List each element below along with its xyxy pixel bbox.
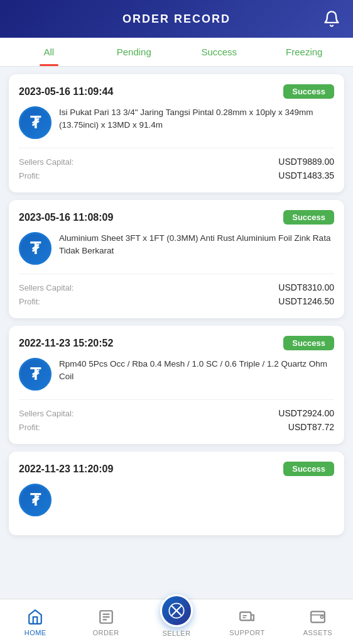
token-icon: [19, 358, 52, 391]
header-title: ORDER RECORD: [122, 13, 231, 26]
order-financials: Sellers Capital: USDT2924.00 Profit: USD…: [19, 399, 334, 434]
status-badge: Success: [283, 210, 334, 225]
nav-assets-label: ASSETS: [303, 629, 332, 636]
order-header: 2023-05-16 11:08:09 Success: [19, 210, 334, 225]
status-badge: Success: [283, 84, 334, 99]
svg-rect-7: [241, 612, 251, 620]
nav-support-label: SUPPORT: [229, 629, 264, 636]
bell-icon: [323, 10, 340, 28]
order-date: 2022-11-23 15:20:52: [19, 338, 113, 349]
svg-rect-10: [311, 611, 325, 622]
assets-icon: [308, 608, 327, 626]
financial-row: Profit: USDT1246.50: [19, 294, 334, 308]
status-badge: Success: [283, 336, 334, 350]
profit-label: Profit:: [19, 171, 40, 180]
order-body: Rpm40 5Pcs Occ / Rba 0.4 Mesh / 1.0 SC /…: [19, 358, 334, 391]
sellers-capital-value: USDT8310.00: [278, 282, 334, 292]
tab-bar: All Pending Success Freezing: [0, 38, 353, 67]
order-icon: [97, 608, 116, 626]
sellers-capital-label: Sellers Capital:: [19, 409, 73, 418]
tab-pending[interactable]: Pending: [92, 38, 177, 66]
header: ORDER RECORD: [0, 0, 353, 38]
seller-icon: [160, 594, 193, 627]
nav-order[interactable]: ORDER: [70, 599, 141, 644]
tab-all[interactable]: All: [6, 38, 92, 66]
order-card: 2022-11-23 15:20:52 Success Rpm40 5Pcs O…: [9, 326, 344, 444]
financial-row: Profit: USDT87.72: [19, 420, 334, 434]
status-badge: Success: [283, 462, 334, 476]
home-icon: [26, 608, 45, 626]
order-header: 2023-05-16 11:09:44 Success: [19, 84, 334, 99]
tab-freezing[interactable]: Freezing: [262, 38, 347, 66]
nav-seller[interactable]: SELLER: [141, 599, 212, 644]
order-body: Isi Pukat Pari 13 3/4" Jaring Tangsi Pin…: [19, 106, 334, 139]
token-icon: [19, 232, 52, 265]
sellers-capital-value: USDT9889.00: [278, 157, 334, 167]
nav-assets[interactable]: ASSETS: [283, 599, 353, 644]
tab-success[interactable]: Success: [176, 38, 262, 66]
financial-row: Profit: USDT1483.35: [19, 169, 334, 182]
sellers-capital-value: USDT2924.00: [278, 408, 334, 418]
order-list: 2023-05-16 11:09:44 Success Isi Pukat Pa…: [0, 67, 353, 586]
financial-row: Sellers Capital: USDT8310.00: [19, 280, 334, 294]
order-card: 2022-11-23 11:20:09 Success: [9, 452, 344, 535]
financial-row: Sellers Capital: USDT2924.00: [19, 406, 334, 420]
order-header: 2022-11-23 11:20:09 Success: [19, 462, 334, 476]
notification-bell-button[interactable]: [323, 10, 340, 28]
order-description: Isi Pukat Pari 13 3/4" Jaring Tangsi Pin…: [59, 106, 334, 132]
nav-home-label: HOME: [24, 629, 46, 636]
nav-support[interactable]: SUPPORT: [212, 599, 282, 644]
order-card: 2023-05-16 11:08:09 Success Aluminium Sh…: [9, 200, 344, 318]
order-card: 2023-05-16 11:09:44 Success Isi Pukat Pa…: [9, 74, 344, 192]
order-date: 2023-05-16 11:08:09: [19, 212, 113, 223]
order-description: Rpm40 5Pcs Occ / Rba 0.4 Mesh / 1.0 SC /…: [59, 358, 334, 384]
order-body: Aluminium Sheet 3FT x 1FT (0.3MM) Anti R…: [19, 232, 334, 265]
profit-value: USDT1483.35: [278, 170, 334, 180]
support-icon: [237, 608, 256, 626]
order-date: 2022-11-23 11:20:09: [19, 464, 113, 475]
token-icon: [19, 484, 52, 516]
order-header: 2022-11-23 15:20:52 Success: [19, 336, 334, 350]
sellers-capital-label: Sellers Capital:: [19, 283, 73, 292]
nav-home[interactable]: HOME: [0, 599, 70, 644]
order-description: Aluminium Sheet 3FT x 1FT (0.3MM) Anti R…: [59, 232, 334, 258]
financial-row: Sellers Capital: USDT9889.00: [19, 155, 334, 169]
profit-label: Profit:: [19, 423, 40, 432]
order-financials: Sellers Capital: USDT8310.00 Profit: USD…: [19, 274, 334, 308]
profit-label: Profit:: [19, 297, 40, 306]
nav-seller-label: SELLER: [162, 630, 190, 637]
profit-value: USDT87.72: [288, 422, 334, 432]
profit-value: USDT1246.50: [278, 296, 334, 306]
order-financials: Sellers Capital: USDT9889.00 Profit: USD…: [19, 148, 334, 182]
bottom-navigation: HOME ORDER SELLER: [0, 599, 353, 644]
sellers-capital-label: Sellers Capital:: [19, 157, 73, 167]
order-body: [19, 484, 334, 516]
order-date: 2023-05-16 11:09:44: [19, 86, 113, 97]
nav-order-label: ORDER: [92, 629, 119, 636]
token-icon: [19, 106, 52, 139]
